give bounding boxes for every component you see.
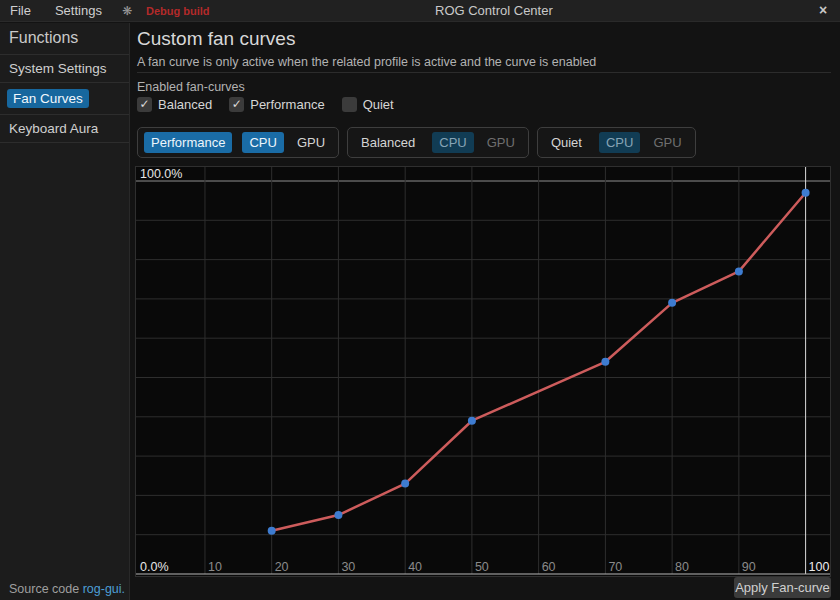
profile-tab-balanced[interactable]: Balanced — [354, 132, 422, 153]
header-divider — [137, 72, 831, 73]
page-title: Custom fan curves — [137, 28, 295, 50]
source-code-label: Source code — [9, 582, 83, 596]
sidebar-item-label: Keyboard Aura — [9, 121, 98, 136]
fan-tab-cpu-balanced[interactable]: CPU — [432, 132, 473, 153]
sidebar-divider — [0, 142, 129, 143]
curve-point[interactable] — [601, 358, 609, 366]
enabled-fan-curves-label: Enabled fan-curves — [137, 80, 245, 94]
menu-file[interactable]: File — [0, 3, 43, 18]
sidebar-header: Functions — [0, 23, 129, 54]
x-tick-label: 30 — [341, 560, 355, 574]
curve-point[interactable] — [268, 527, 276, 535]
fan-tab-gpu-performance[interactable]: GPU — [290, 132, 332, 153]
checkbox-unchecked-icon — [342, 97, 357, 112]
sidebar-item-label: Fan Curves — [7, 89, 89, 108]
window-title: ROG Control Center — [435, 3, 553, 18]
enable-checkbox-balanced[interactable]: ✓Balanced — [137, 97, 212, 112]
fan-tab-gpu-balanced[interactable]: GPU — [480, 132, 522, 153]
close-icon[interactable]: × — [814, 2, 832, 18]
enable-checkbox-quiet[interactable]: Quiet — [342, 97, 394, 112]
checkbox-label: Balanced — [158, 97, 212, 112]
rog-control-center-window: File Settings ❋ Debug build ROG Control … — [0, 0, 840, 600]
x-tick-label: 90 — [742, 560, 756, 574]
x-tick-label: 100 — [809, 560, 830, 574]
curve-point[interactable] — [735, 267, 743, 275]
curve-point[interactable] — [468, 417, 476, 425]
y-max-label: 100.0% — [140, 167, 182, 181]
titlebar: File Settings ❋ Debug build ROG Control … — [0, 0, 840, 22]
profile-group-performance: PerformanceCPUGPU — [137, 127, 339, 158]
debug-build-badge: Debug build — [140, 5, 210, 17]
fan-tab-gpu-quiet[interactable]: GPU — [646, 132, 688, 153]
checkbox-checked-icon: ✓ — [137, 97, 152, 112]
sidebar-item-system-settings[interactable]: System Settings — [0, 55, 129, 82]
x-tick-label: 80 — [675, 560, 689, 574]
x-tick-label: 20 — [275, 560, 289, 574]
enabled-fan-curves-row: ✓Balanced✓PerformanceQuiet — [137, 97, 394, 112]
x-tick-label: 70 — [608, 560, 622, 574]
rog-gui-link[interactable]: rog-gui. — [83, 582, 125, 596]
sidebar-item-label: System Settings — [9, 61, 107, 76]
y-min-label: 0.0% — [140, 560, 169, 574]
profile-group-balanced: BalancedCPUGPU — [347, 127, 529, 158]
checkbox-label: Performance — [250, 97, 324, 112]
profile-group-quiet: QuietCPUGPU — [537, 127, 696, 158]
notification-asterisk-icon[interactable]: ❋ — [114, 4, 140, 18]
enable-checkbox-performance[interactable]: ✓Performance — [229, 97, 324, 112]
x-tick-label: 40 — [408, 560, 422, 574]
sidebar: Functions System SettingsFan CurvesKeybo… — [0, 23, 130, 600]
profile-tab-performance[interactable]: Performance — [144, 132, 232, 153]
fan-curve-chart[interactable]: 100.0%0.0%102030405060708090100 — [136, 167, 830, 576]
x-tick-label: 60 — [542, 560, 556, 574]
curve-point[interactable] — [334, 511, 342, 519]
fan-tab-cpu-performance[interactable]: CPU — [242, 132, 283, 153]
fan-tab-cpu-quiet[interactable]: CPU — [599, 132, 640, 153]
profile-tab-groups: PerformanceCPUGPUBalancedCPUGPUQuietCPUG… — [137, 127, 696, 158]
curve-point[interactable] — [401, 480, 409, 488]
fan-curve-chart-panel: 100.0%0.0%102030405060708090100 — [135, 166, 831, 577]
sidebar-item-fan-curves[interactable]: Fan Curves — [0, 83, 129, 114]
sidebar-item-keyboard-aura[interactable]: Keyboard Aura — [0, 115, 129, 142]
curve-point[interactable] — [802, 189, 810, 197]
menu-settings[interactable]: Settings — [43, 3, 114, 18]
profile-tab-quiet[interactable]: Quiet — [544, 132, 589, 153]
apply-fan-curve-button[interactable]: Apply Fan-curve — [734, 577, 831, 598]
checkbox-label: Quiet — [363, 97, 394, 112]
source-code-footer: Source code rog-gui. — [9, 582, 125, 596]
checkbox-checked-icon: ✓ — [229, 97, 244, 112]
page-subtitle: A fan curve is only active when the rela… — [137, 55, 596, 69]
curve-point[interactable] — [668, 299, 676, 307]
x-tick-label: 10 — [208, 560, 222, 574]
x-tick-label: 50 — [475, 560, 489, 574]
